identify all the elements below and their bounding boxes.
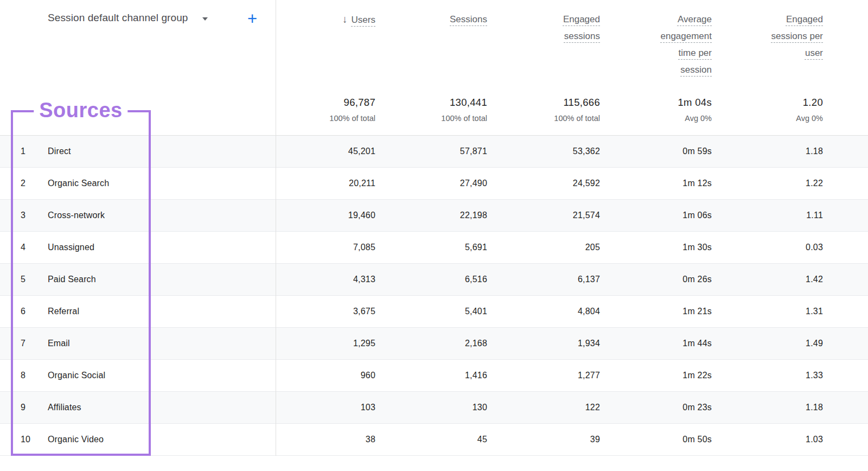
engaged-sessions-per-user-value: 1.18 <box>712 403 823 412</box>
dimension-label: Session default channel group <box>48 12 188 24</box>
total-subtext: 100% of total <box>276 114 375 123</box>
engaged-sessions-per-user-value: 1.11 <box>712 211 823 220</box>
users-value: 38 <box>276 435 375 444</box>
column-header-avg-engagement-time[interactable]: Average engagement time per session <box>600 0 712 90</box>
engaged-sessions-value: 53,362 <box>487 147 600 156</box>
column-header-sessions[interactable]: Sessions <box>375 0 487 90</box>
engaged-sessions-per-user-value: 1.22 <box>712 179 823 188</box>
engaged-sessions-value: 24,592 <box>487 179 600 188</box>
column-header-label: Average <box>600 11 712 28</box>
table-row: 6Referral 3,675 5,401 4,804 1m 21s 1.31 <box>0 296 868 328</box>
engaged-sessions-value: 21,574 <box>487 211 600 220</box>
avg-engagement-time-value: 1m 06s <box>600 211 712 220</box>
column-header-label: Engaged <box>487 11 600 28</box>
sessions-value: 2,168 <box>375 339 487 348</box>
avg-engagement-time-value: 0m 59s <box>600 147 712 156</box>
engaged-sessions-per-user-value: 1.42 <box>712 275 823 284</box>
engaged-sessions-per-user-value: 0.03 <box>712 243 823 252</box>
sessions-value: 1,416 <box>375 371 487 380</box>
users-value: 960 <box>276 371 375 380</box>
total-value: 96,787 <box>276 97 375 109</box>
channel-name: Paid Search <box>48 275 96 284</box>
column-header-engaged-sessions-per-user[interactable]: Engaged sessions per user <box>712 0 823 90</box>
total-engaged-sessions-per-user: 1.20 Avg 0% <box>712 90 823 135</box>
dimension-header-cell: Session default channel group + <box>0 0 276 90</box>
engaged-sessions-per-user-value: 1.18 <box>712 147 823 156</box>
channel-name: Organic Search <box>48 179 109 188</box>
column-header-users[interactable]: ↓Users <box>276 0 375 90</box>
chevron-down-icon <box>202 17 208 21</box>
users-value: 3,675 <box>276 307 375 316</box>
engaged-sessions-value: 205 <box>487 243 600 252</box>
row-rank: 7 <box>21 339 48 348</box>
users-value: 19,460 <box>276 211 375 220</box>
channel-name: Cross-network <box>48 211 105 220</box>
row-rank: 1 <box>21 147 48 156</box>
total-subtext: 100% of total <box>487 114 600 123</box>
avg-engagement-time-value: 0m 23s <box>600 403 712 412</box>
avg-engagement-time-value: 0m 26s <box>600 275 712 284</box>
sessions-value: 27,490 <box>375 179 487 188</box>
total-subtext: Avg 0% <box>712 114 823 123</box>
table-header-row: Session default channel group + ↓Users S… <box>0 0 868 90</box>
add-dimension-button[interactable]: + <box>244 8 260 30</box>
row-rank: 6 <box>21 307 48 316</box>
channel-name: Organic Social <box>48 371 105 380</box>
row-rank: 8 <box>21 371 48 380</box>
table-row: 5Paid Search 4,313 6,516 6,137 0m 26s 1.… <box>0 264 868 296</box>
total-sessions: 130,441 100% of total <box>375 90 487 135</box>
users-value: 4,313 <box>276 275 375 284</box>
table-row: 1Direct 45,201 57,871 53,362 0m 59s 1.18 <box>0 136 868 168</box>
engaged-sessions-value: 122 <box>487 403 600 412</box>
sessions-value: 6,516 <box>375 275 487 284</box>
table-row: 3Cross-network 19,460 22,198 21,574 1m 0… <box>0 200 868 232</box>
column-header-engaged-sessions[interactable]: Engaged sessions <box>487 0 600 90</box>
engaged-sessions-value: 1,277 <box>487 371 600 380</box>
row-rank: 5 <box>21 275 48 284</box>
channel-name: Email <box>48 339 70 348</box>
column-header-label: Engaged <box>712 11 823 28</box>
engaged-sessions-value: 4,804 <box>487 307 600 316</box>
sessions-value: 5,691 <box>375 243 487 252</box>
column-header-label: Users <box>352 15 375 25</box>
row-rank: 9 <box>21 403 48 412</box>
column-header-label: engagement <box>600 28 712 44</box>
channel-name: Affiliates <box>48 403 81 412</box>
row-rank: 3 <box>21 211 48 220</box>
column-header-label: sessions <box>487 28 600 44</box>
sessions-value: 130 <box>375 403 487 412</box>
totals-row: 96,787 100% of total 130,441 100% of tot… <box>0 90 868 136</box>
avg-engagement-time-value: 1m 21s <box>600 307 712 316</box>
column-header-label: sessions per <box>712 28 823 44</box>
users-value: 1,295 <box>276 339 375 348</box>
users-value: 20,211 <box>276 179 375 188</box>
channel-name: Organic Video <box>48 435 104 444</box>
sessions-value: 5,401 <box>375 307 487 316</box>
table-row: 2Organic Search 20,211 27,490 24,592 1m … <box>0 168 868 200</box>
avg-engagement-time-value: 1m 30s <box>600 243 712 252</box>
total-value: 1.20 <box>712 97 823 109</box>
total-subtext: 100% of total <box>375 114 487 123</box>
table-body: 1Direct 45,201 57,871 53,362 0m 59s 1.18… <box>0 136 868 456</box>
engaged-sessions-per-user-value: 1.49 <box>712 339 823 348</box>
avg-engagement-time-value: 1m 22s <box>600 371 712 380</box>
total-value: 130,441 <box>375 97 487 109</box>
channel-name: Unassigned <box>48 243 94 252</box>
column-header-label: Sessions <box>375 11 487 28</box>
column-header-label: session <box>600 61 712 78</box>
column-header-label: user <box>712 44 823 61</box>
users-value: 103 <box>276 403 375 412</box>
ga4-acquisition-table: Session default channel group + ↓Users S… <box>0 0 868 471</box>
channel-name: Referral <box>48 307 79 316</box>
engaged-sessions-value: 6,137 <box>487 275 600 284</box>
users-value: 45,201 <box>276 147 375 156</box>
sort-descending-icon: ↓ <box>342 11 348 28</box>
channel-name: Direct <box>48 147 71 156</box>
total-value: 1m 04s <box>600 97 712 109</box>
sessions-value: 22,198 <box>375 211 487 220</box>
total-value: 115,666 <box>487 97 600 109</box>
dimension-selector[interactable]: Session default channel group <box>48 12 208 24</box>
total-users: 96,787 100% of total <box>276 90 375 135</box>
engaged-sessions-per-user-value: 1.31 <box>712 307 823 316</box>
avg-engagement-time-value: 1m 12s <box>600 179 712 188</box>
